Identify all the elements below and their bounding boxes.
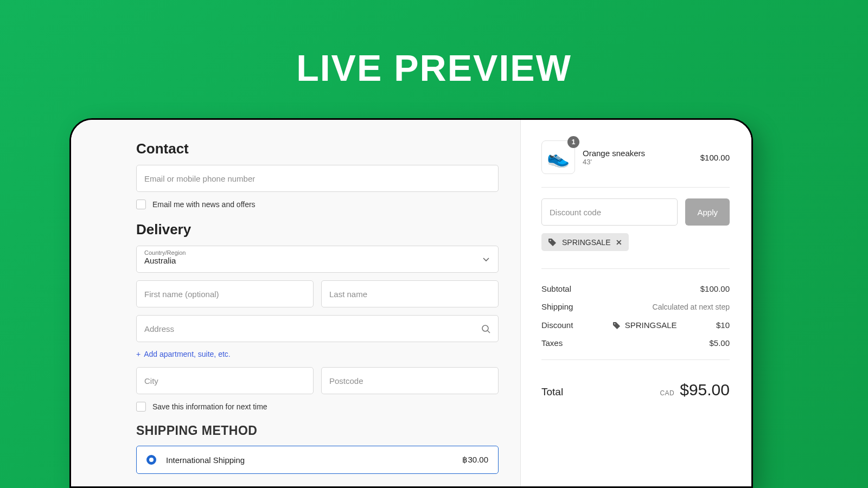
applied-discount-tag: SPRINGSALE ✕ [541, 233, 629, 251]
delivery-heading: Delivery [136, 221, 499, 238]
divider [541, 268, 730, 269]
sneaker-icon: 👟 [547, 148, 570, 166]
shipping-option-name: International Shipping [166, 455, 245, 465]
country-select[interactable]: Country/Region Australia [136, 246, 499, 273]
total-row: Total CAD $95.00 [541, 371, 730, 399]
total-value: $95.00 [680, 381, 730, 399]
total-label: Total [541, 386, 563, 398]
shipping-value: Calculated at next step [653, 303, 730, 311]
taxes-value: $5.00 [709, 338, 730, 348]
country-label: Country/Region [144, 249, 490, 256]
cart-item-thumbnail: 👟 1 [541, 140, 575, 174]
search-icon [481, 324, 491, 334]
news-offers-checkbox[interactable] [136, 200, 146, 209]
cart-item-variant: 43' [583, 158, 645, 166]
divider [541, 359, 730, 360]
checkout-layout: Contact Email me with news and offers De… [71, 120, 751, 486]
save-info-row[interactable]: Save this information for next time [136, 402, 499, 412]
subtotal-value: $100.00 [700, 284, 730, 293]
discount-value: $10 [716, 320, 730, 330]
email-field[interactable] [136, 165, 499, 192]
device-frame: Contact Email me with news and offers De… [69, 118, 753, 488]
price-summary: Subtotal $100.00 Shipping Calculated at … [541, 280, 730, 352]
save-info-label: Save this information for next time [152, 402, 267, 411]
svg-point-3 [614, 323, 615, 324]
checkout-form: Contact Email me with news and offers De… [71, 120, 521, 486]
svg-point-0 [482, 325, 488, 331]
discount-code: SPRINGSALE [625, 320, 677, 330]
add-apartment-label: Add apartment, suite, etc. [144, 350, 231, 358]
svg-line-1 [488, 331, 490, 333]
postcode-field[interactable] [321, 367, 499, 394]
currency-code: CAD [660, 389, 674, 397]
save-info-checkbox[interactable] [136, 402, 146, 412]
svg-point-2 [550, 240, 551, 241]
shipping-option-price: ฿30.00 [462, 455, 488, 465]
applied-discount-code: SPRINGSALE [562, 238, 610, 247]
tag-icon [548, 237, 557, 247]
discount-code-field[interactable] [541, 198, 678, 226]
cart-item-name: Orange sneakers [583, 149, 645, 158]
shipping-label: Shipping [541, 302, 573, 311]
tag-icon [612, 320, 621, 330]
order-summary: 👟 1 Orange sneakers 43' $100.00 Apply SP… [521, 120, 751, 486]
shipping-heading: SHIPPING METHOD [136, 423, 499, 438]
cart-item: 👟 1 Orange sneakers 43' $100.00 [541, 140, 730, 174]
first-name-field[interactable] [136, 280, 314, 307]
divider [541, 187, 730, 188]
shipping-radio[interactable] [146, 455, 156, 465]
add-apartment-link[interactable]: + Add apartment, suite, etc. [136, 350, 499, 358]
news-offers-row[interactable]: Email me with news and offers [136, 200, 499, 209]
last-name-field[interactable] [321, 280, 499, 307]
shipping-option[interactable]: International Shipping ฿30.00 [136, 446, 499, 474]
discount-label: Discount [541, 320, 573, 330]
cart-item-price: $100.00 [700, 153, 730, 162]
plus-icon: + [136, 350, 141, 358]
taxes-label: Taxes [541, 338, 563, 348]
address-field[interactable] [136, 315, 499, 342]
qty-badge: 1 [567, 136, 579, 148]
subtotal-label: Subtotal [541, 284, 571, 293]
city-field[interactable] [136, 367, 314, 394]
news-offers-label: Email me with news and offers [152, 200, 256, 209]
apply-button[interactable]: Apply [685, 198, 730, 226]
chevron-down-icon [483, 254, 489, 264]
country-value: Australia [144, 256, 490, 265]
hero-title: LIVE PREVIEW [0, 0, 868, 89]
remove-discount-icon[interactable]: ✕ [616, 238, 622, 247]
contact-heading: Contact [136, 140, 499, 157]
